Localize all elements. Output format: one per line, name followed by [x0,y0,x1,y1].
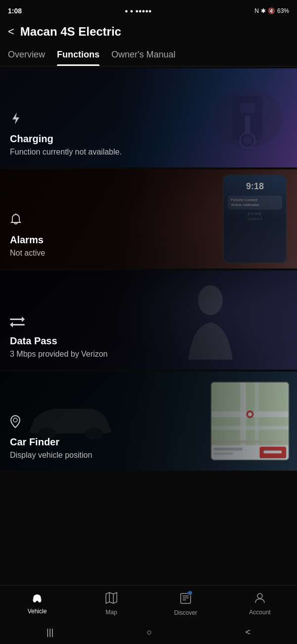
svg-rect-36 [181,593,191,603]
map-label: Map [105,609,117,616]
alarms-card[interactable]: 9:18 Porsche ConnectVehicle notification… [0,169,297,268]
card-content: Charging Function currently not availabl… [0,104,297,167]
card-content: Car Finder Display vehicle position [0,407,297,471]
svg-rect-31 [32,598,34,600]
charging-title: Charging [10,132,287,145]
account-icon [254,592,265,607]
wifi-icon: ● [125,8,128,14]
android-navigation: ||| ○ < [0,620,297,644]
alarms-subtitle: Not active [10,248,287,259]
discover-label: Discover [174,609,198,616]
svg-point-40 [187,591,191,595]
svg-rect-9 [10,319,23,320]
mute-icon: 🔇 [268,7,275,14]
tab-navigation: Overview Functions Owner's Manual [0,46,297,66]
charging-subtitle: Function currently not available. [10,147,287,158]
svg-point-28 [13,418,17,422]
datapass-title: Data Pass [10,334,287,347]
card-content: Data Pass 3 Mbps provided by Verizon [0,309,297,370]
svg-marker-10 [22,317,25,322]
tab-functions[interactable]: Functions [57,46,99,66]
datapass-subtitle: 3 Mbps provided by Verizon [10,349,287,360]
status-time: 1:08 [8,7,22,15]
svg-rect-11 [12,324,25,325]
card-content: Alarms Not active [0,206,297,268]
header: < Macan 4S Electric [0,20,297,46]
status-bar: 1:08 ● ● ●●●●● N ✱ 🔇 63% [0,0,297,20]
lightning-icon [10,111,287,128]
back-button[interactable]: < [8,25,14,38]
bell-icon [10,214,287,229]
datapass-card[interactable]: Data Pass 3 Mbps provided by Verizon [0,270,297,370]
carfinder-card[interactable]: Car Finder Display vehicle position [0,372,297,471]
nav-account[interactable]: Account [240,592,280,616]
android-home[interactable]: ○ [147,627,152,638]
svg-marker-33 [106,592,117,603]
page-title: Macan 4S Electric [20,25,121,39]
vehicle-icon [30,593,44,606]
svg-marker-12 [10,322,13,327]
nfc-icon: N [254,7,259,14]
nav-vehicle[interactable]: Vehicle [17,593,57,615]
nav-discover[interactable]: Discover [166,591,205,616]
account-label: Account [249,609,270,616]
android-recent[interactable]: ||| [47,627,53,638]
charging-card[interactable]: Charging Function currently not availabl… [0,68,297,167]
nav-map[interactable]: Map [92,592,131,616]
arrows-icon [10,317,287,330]
svg-rect-32 [41,598,42,600]
tab-overview[interactable]: Overview [8,46,45,66]
android-back[interactable]: < [245,627,250,638]
function-cards: Charging Function currently not availabl… [0,66,297,473]
alarms-title: Alarms [10,233,287,246]
svg-marker-6 [12,112,19,124]
carfinder-subtitle: Display vehicle position [10,450,287,461]
signal-icon: ● [130,8,134,14]
location-icon [10,415,287,431]
bottom-navigation: Vehicle Map Discover [0,585,297,620]
svg-point-41 [257,593,262,598]
discover-icon [180,591,192,607]
map-icon [105,592,117,607]
tab-owners-manual[interactable]: Owner's Manual [111,46,176,66]
vehicle-label: Vehicle [28,608,47,615]
more-icons: ●●●●● [135,8,151,14]
bluetooth-icon: ✱ [261,7,266,14]
battery-text: 63% [277,7,289,14]
status-right: N ✱ 🔇 63% [254,7,289,14]
status-icons: ● ● ●●●●● [125,8,152,14]
carfinder-title: Car Finder [10,435,287,448]
